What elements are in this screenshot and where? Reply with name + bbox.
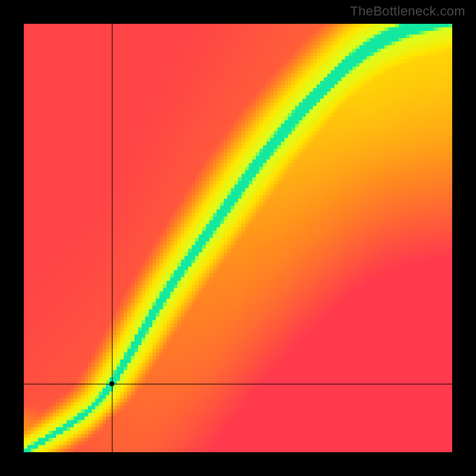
watermark-text: TheBottleneck.com <box>350 4 465 19</box>
heatmap-plot <box>24 24 452 452</box>
heatmap-canvas <box>24 24 452 452</box>
frame: TheBottleneck.com <box>0 0 476 476</box>
